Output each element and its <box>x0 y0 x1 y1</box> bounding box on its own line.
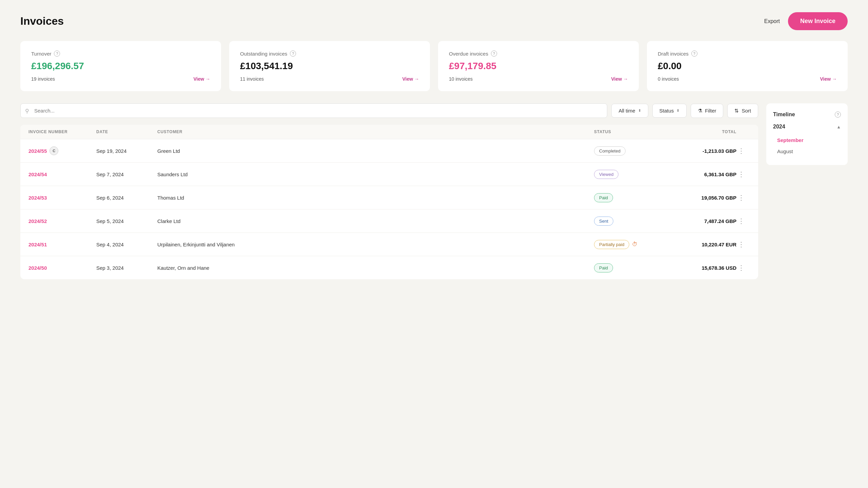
invoice-status: Paid <box>594 193 662 202</box>
new-invoice-button[interactable]: New Invoice <box>788 12 848 30</box>
help-icon[interactable]: ? <box>54 50 60 57</box>
card-amount: £97,179.85 <box>449 61 628 72</box>
table-row: 2024/55 C Sep 19, 2024 Green Ltd Complet… <box>20 139 758 163</box>
card-view-link[interactable]: View → <box>611 76 628 82</box>
table-header: INVOICE NUMBER DATE CUSTOMER STATUS TOTA… <box>20 125 758 139</box>
card-view-link[interactable]: View → <box>193 76 210 82</box>
card-label: Draft invoices ? <box>658 50 837 57</box>
search-wrap: ⚲ <box>20 103 607 118</box>
filter-button[interactable]: ⚗ Filter <box>691 104 723 118</box>
table-body: 2024/55 C Sep 19, 2024 Green Ltd Complet… <box>20 139 758 279</box>
avatar: C <box>50 146 58 155</box>
time-filter-label: All time <box>618 108 635 114</box>
more-options-button[interactable]: ⋮ <box>736 239 746 250</box>
invoice-number-text: 2024/55 <box>28 148 47 154</box>
header-actions: Export New Invoice <box>764 12 848 30</box>
card-label: Turnover ? <box>31 50 210 57</box>
status-badge: Paid <box>594 263 613 272</box>
invoice-number[interactable]: 2024/50 <box>28 265 96 271</box>
timeline-month-august[interactable]: August <box>773 146 841 157</box>
card-outstanding: Outstanding invoices ? £103,541.19 11 in… <box>229 41 430 91</box>
invoice-customer: Kautzer, Orn and Hane <box>157 265 594 271</box>
timeline-year-row[interactable]: 2024 ▲ <box>773 124 841 130</box>
table-row: 2024/51 Sep 4, 2024 Urpilainen, Erkinjun… <box>20 233 758 256</box>
invoice-number[interactable]: 2024/51 <box>28 242 96 247</box>
row-actions: ⋮ <box>736 192 750 203</box>
row-actions: ⋮ <box>736 216 750 226</box>
more-options-button[interactable]: ⋮ <box>736 169 746 180</box>
time-filter-button[interactable]: All time ⬍ <box>611 104 648 118</box>
table-row: 2024/54 Sep 7, 2024 Saunders Ltd Viewed … <box>20 163 758 186</box>
status-filter-label: Status <box>659 108 674 114</box>
invoice-total: 15,678.36 USD <box>662 265 736 271</box>
card-view-link[interactable]: View → <box>820 76 837 82</box>
th-customer: CUSTOMER <box>157 129 594 134</box>
invoices-panel: ⚲ All time ⬍ Status ⬍ ⚗ Filter ⇅ Sort <box>20 103 758 279</box>
filter-icon: ⚗ <box>698 108 702 114</box>
invoice-status: Partially paid ⏱ <box>594 240 662 249</box>
card-label: Outstanding invoices ? <box>240 50 419 57</box>
th-actions <box>736 129 750 134</box>
more-options-button[interactable]: ⋮ <box>736 216 746 226</box>
clock-icon: ⏱ <box>632 241 637 247</box>
card-count: 11 invoices <box>240 76 264 82</box>
invoice-date: Sep 6, 2024 <box>96 195 157 201</box>
timeline-header: Timeline ? <box>773 111 841 118</box>
card-turnover: Turnover ? £196,296.57 19 invoices View … <box>20 41 221 91</box>
invoice-number[interactable]: 2024/54 <box>28 171 96 177</box>
help-icon[interactable]: ? <box>491 50 497 57</box>
card-footer: 10 invoices View → <box>449 76 628 82</box>
card-draft: Draft invoices ? £0.00 0 invoices View → <box>647 41 848 91</box>
th-status: STATUS <box>594 129 662 134</box>
main-content: ⚲ All time ⬍ Status ⬍ ⚗ Filter ⇅ Sort <box>20 103 848 279</box>
invoice-total: 6,361.34 GBP <box>662 171 736 177</box>
invoice-number[interactable]: 2024/55 C <box>28 146 96 155</box>
invoice-status: Sent <box>594 217 662 226</box>
invoice-date: Sep 19, 2024 <box>96 148 157 154</box>
timeline-months: SeptemberAugust <box>773 135 841 157</box>
th-total: TOTAL <box>662 129 736 134</box>
invoice-status: Viewed <box>594 170 662 179</box>
invoice-status: Completed <box>594 146 662 156</box>
row-actions: ⋮ <box>736 239 750 250</box>
search-input[interactable] <box>20 103 607 118</box>
invoice-customer: Thomas Ltd <box>157 195 594 201</box>
status-badge: Viewed <box>594 170 618 179</box>
more-options-button[interactable]: ⋮ <box>736 192 746 203</box>
chevron-up-icon: ▲ <box>836 124 841 129</box>
status-badge: Paid <box>594 193 613 202</box>
timeline-help-icon[interactable]: ? <box>835 111 841 118</box>
invoice-number[interactable]: 2024/52 <box>28 218 96 224</box>
table-row: 2024/52 Sep 5, 2024 Clarke Ltd Sent 7,48… <box>20 209 758 233</box>
more-options-button[interactable]: ⋮ <box>736 145 746 156</box>
status-badge: Partially paid <box>594 240 629 249</box>
sort-icon: ⇅ <box>734 108 739 114</box>
invoice-total: -1,213.03 GBP <box>662 148 736 154</box>
invoice-total: 7,487.24 GBP <box>662 218 736 224</box>
row-actions: ⋮ <box>736 145 750 156</box>
invoice-date: Sep 3, 2024 <box>96 265 157 271</box>
card-label: Overdue invoices ? <box>449 50 628 57</box>
search-icon: ⚲ <box>25 107 29 114</box>
card-view-link[interactable]: View → <box>402 76 419 82</box>
invoice-date: Sep 4, 2024 <box>96 242 157 247</box>
help-icon[interactable]: ? <box>290 50 296 57</box>
timeline-month-september[interactable]: September <box>773 135 841 146</box>
status-filter-button[interactable]: Status ⬍ <box>652 104 687 118</box>
th-date: DATE <box>96 129 157 134</box>
invoice-number[interactable]: 2024/53 <box>28 195 96 201</box>
invoice-customer: Urpilainen, Erkinjuntti and Viljanen <box>157 242 594 247</box>
export-button[interactable]: Export <box>764 18 780 24</box>
card-amount: £0.00 <box>658 61 837 72</box>
help-icon[interactable]: ? <box>691 50 697 57</box>
more-options-button[interactable]: ⋮ <box>736 262 746 273</box>
th-invoice-number: INVOICE NUMBER <box>28 129 96 134</box>
status-badge: Sent <box>594 217 613 226</box>
sort-button[interactable]: ⇅ Sort <box>727 104 758 118</box>
invoice-customer: Green Ltd <box>157 148 594 154</box>
invoice-table: INVOICE NUMBER DATE CUSTOMER STATUS TOTA… <box>20 125 758 279</box>
invoice-number-text: 2024/51 <box>28 242 47 247</box>
card-count: 10 invoices <box>449 76 473 82</box>
row-actions: ⋮ <box>736 169 750 180</box>
invoice-total: 19,056.70 GBP <box>662 195 736 201</box>
